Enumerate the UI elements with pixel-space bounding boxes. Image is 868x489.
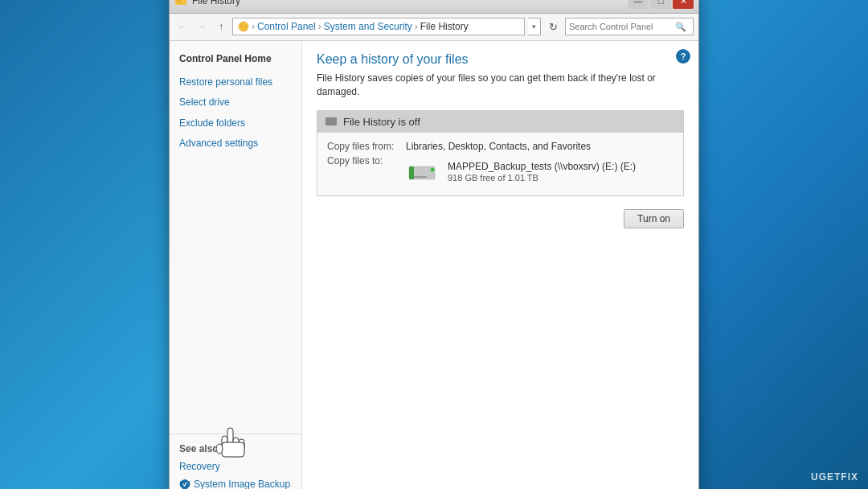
help-button[interactable]: ? [676, 49, 690, 64]
sidebar-recovery[interactable]: Recovery [170, 457, 301, 477]
main-area: Control Panel Home Restore personal file… [170, 41, 698, 489]
sidebar-exclude-folders[interactable]: Exclude folders [170, 113, 301, 134]
minimize-button[interactable]: — [628, 0, 649, 9]
svg-point-8 [431, 167, 435, 171]
status-header: File History is off [317, 111, 683, 133]
drive-name: MAPPED_Backup_tests (\\vboxsrv) (E:) (E:… [448, 161, 636, 172]
drive-space: 918 GB free of 1.01 TB [448, 173, 636, 183]
path-control-panel[interactable]: Control Panel [257, 21, 316, 32]
address-bar: ← → ↑ › Control Panel › System and Secur… [170, 14, 698, 41]
maximize-button[interactable]: □ [650, 0, 671, 9]
search-icon: 🔍 [675, 22, 686, 32]
sidebar: Control Panel Home Restore personal file… [170, 41, 302, 489]
title-bar: File History — □ ✕ [170, 0, 698, 14]
copy-from-row: Copy files from: Libraries, Desktop, Con… [327, 141, 674, 152]
copy-from-value: Libraries, Desktop, Contacts, and Favori… [406, 141, 591, 152]
see-also-label: See also [170, 441, 301, 457]
window-title: File History [192, 0, 628, 6]
address-path[interactable]: › Control Panel › System and Security › … [232, 18, 525, 35]
close-button[interactable]: ✕ [673, 0, 694, 9]
refresh-button[interactable]: ↻ [544, 18, 562, 35]
system-image-backup-label: System Image Backup [194, 479, 290, 489]
search-input[interactable] [569, 22, 674, 31]
turn-on-row: Turn on [317, 209, 684, 228]
status-header-icon [326, 117, 337, 125]
content-subtitle: File History saves copies of your files … [317, 72, 684, 99]
address-dropdown-arrow[interactable]: ▾ [528, 18, 541, 35]
svg-rect-2 [177, 0, 180, 1]
sidebar-advanced-settings[interactable]: Advanced settings [170, 134, 301, 154]
drive-section: MAPPED_Backup_tests (\\vboxsrv) (E:) (E:… [406, 160, 636, 184]
window-icon [174, 0, 187, 7]
path-separator-3: › [415, 21, 418, 32]
sidebar-select-drive[interactable]: Select drive [170, 92, 301, 113]
svg-rect-3 [177, 2, 182, 2]
status-header-text: File History is off [343, 116, 420, 128]
svg-rect-10 [409, 166, 414, 179]
forward-button[interactable]: → [194, 18, 210, 35]
svg-rect-9 [412, 176, 427, 178]
window-controls: — □ ✕ [628, 0, 694, 9]
file-history-window: File History — □ ✕ ← → ↑ › Control Panel… [169, 0, 699, 489]
sidebar-system-image-backup[interactable]: System Image Backup [170, 477, 301, 489]
drive-icon [406, 160, 438, 184]
content-title: Keep a history of your files [317, 52, 684, 67]
copy-to-row: Copy files to: [327, 155, 674, 184]
path-separator-1: › [252, 21, 255, 32]
status-box: File History is off Copy files from: Lib… [317, 110, 684, 196]
up-button[interactable]: ↑ [213, 18, 229, 35]
search-box[interactable]: 🔍 [565, 18, 694, 35]
back-button[interactable]: ← [174, 18, 190, 35]
content-area: ? Keep a history of your files File Hist… [302, 41, 698, 489]
status-body: Copy files from: Libraries, Desktop, Con… [317, 133, 683, 195]
sidebar-restore-personal-files[interactable]: Restore personal files [170, 72, 301, 92]
shield-icon [179, 479, 190, 489]
copy-from-label: Copy files from: [327, 141, 399, 152]
path-file-history: File History [420, 21, 469, 32]
path-separator-2: › [318, 21, 321, 32]
turn-on-button[interactable]: Turn on [624, 209, 684, 228]
sidebar-home[interactable]: Control Panel Home [170, 49, 301, 69]
control-panel-icon [238, 21, 249, 32]
drive-info: MAPPED_Backup_tests (\\vboxsrv) (E:) (E:… [448, 161, 636, 183]
watermark: UGETFIX [811, 471, 858, 483]
copy-to-label: Copy files to: [327, 155, 399, 166]
path-system-security[interactable]: System and Security [324, 21, 412, 32]
sidebar-divider [170, 434, 301, 434]
